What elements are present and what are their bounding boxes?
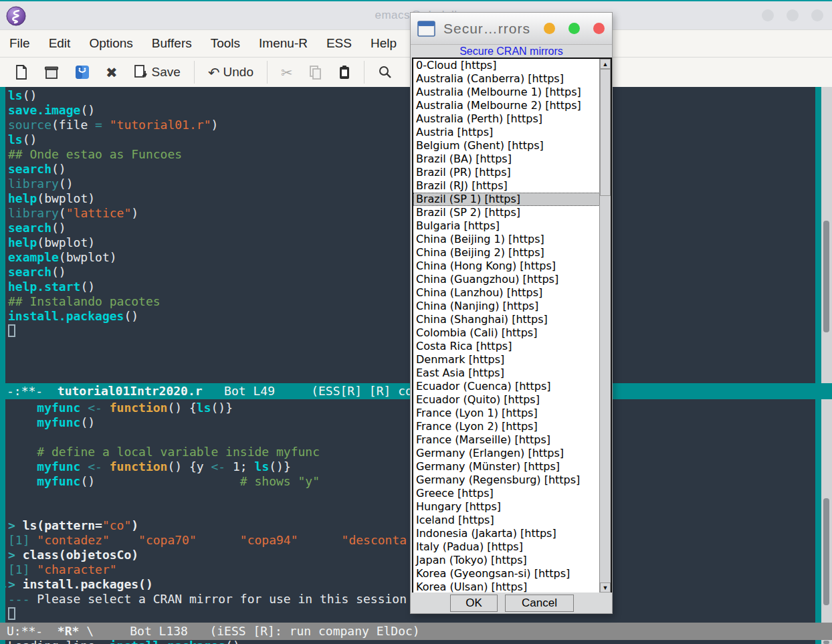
- dialog-minimize-button[interactable]: [544, 23, 555, 34]
- scroll-up-icon[interactable]: ▲: [600, 59, 611, 69]
- editor-buffer-r-console[interactable]: myfunc <- function() {ls()} myfunc() # d…: [0, 399, 815, 623]
- mirror-option[interactable]: Brazil (RJ) [https]: [413, 179, 611, 193]
- mirror-option[interactable]: China (Beijing 2) [https]: [413, 246, 611, 259]
- scroll-down-icon[interactable]: ▼: [600, 582, 611, 593]
- mirror-option[interactable]: Denmark [https]: [413, 353, 611, 366]
- save-button[interactable]: Save: [126, 62, 189, 82]
- mirror-option[interactable]: Germany (Regensburg) [https]: [413, 473, 611, 487]
- mirror-option[interactable]: Korea (Ulsan) [https]: [413, 580, 611, 594]
- editor-buffer-tutorial[interactable]: ls()save.image()source(file = "tutorial0…: [0, 87, 815, 384]
- mirror-option[interactable]: Indonesia (Jakarta) [https]: [413, 527, 611, 540]
- scrollbar-thumb-top-window[interactable]: [823, 221, 829, 332]
- scrollbar-thumb-echo[interactable]: [823, 641, 829, 644]
- new-file-button[interactable]: [7, 62, 36, 82]
- mirror-option[interactable]: China (Lanzhou) [https]: [413, 286, 611, 300]
- mirror-option[interactable]: Korea (Gyeongsan-si) [https]: [413, 567, 611, 580]
- mirror-option[interactable]: Australia (Canberra) [https]: [413, 72, 611, 86]
- open-directory-icon: [44, 65, 59, 80]
- mirror-option[interactable]: Australia (Melbourne 1) [https]: [413, 86, 611, 99]
- ok-button[interactable]: OK: [450, 595, 498, 612]
- copy-button[interactable]: [301, 62, 330, 82]
- paste-button[interactable]: [330, 62, 358, 82]
- mirror-option[interactable]: Brazil (PR) [https]: [413, 166, 611, 179]
- modeline-buffer-name: tutorial01Intr2020.r: [58, 384, 203, 398]
- dialog-title: Secur…rrors: [443, 21, 530, 37]
- menu-item[interactable]: ESS: [326, 36, 352, 51]
- paste-icon: [338, 65, 350, 80]
- modeline-position: Bot L138: [130, 624, 188, 638]
- mirror-list-scrollbar[interactable]: ▲ ▼: [599, 59, 611, 593]
- cran-mirror-dialog: Secur…rrors Secure CRAN mirrors 0-Cloud …: [410, 12, 613, 614]
- modeline-modes: (iESS [R]: run company ElDoc): [209, 624, 419, 638]
- mirror-option[interactable]: Ecuador (Quito) [https]: [413, 393, 611, 407]
- mirror-option[interactable]: Brazil (SP 1) [https]: [413, 193, 611, 206]
- mirror-option[interactable]: Bulgaria [https]: [413, 219, 611, 233]
- open-directory-button[interactable]: [36, 62, 67, 82]
- window-button-3[interactable]: [811, 9, 823, 21]
- mirror-option[interactable]: Hungary [https]: [413, 500, 611, 514]
- new-file-icon: [15, 65, 28, 80]
- modeline-buffer-name: *R*: [58, 624, 80, 638]
- mirror-option[interactable]: China (Hong Kong) [https]: [413, 259, 611, 273]
- dialog-window-icon: [417, 21, 435, 37]
- menu-item[interactable]: Help: [371, 36, 397, 51]
- mirror-option[interactable]: China (Nanjing) [https]: [413, 300, 611, 313]
- mirror-option[interactable]: Australia (Perth) [https]: [413, 112, 611, 126]
- cancel-button[interactable]: Cancel: [505, 595, 574, 612]
- right-window-border: [815, 87, 821, 644]
- toolbar-separator: [194, 61, 195, 84]
- mirror-option[interactable]: Australia (Melbourne 2) [https]: [413, 99, 611, 112]
- mirror-scrollbar-thumb[interactable]: [600, 69, 611, 196]
- mirror-option[interactable]: France (Lyon 2) [https]: [413, 420, 611, 433]
- undo-icon: ↶: [208, 66, 220, 80]
- undo-button[interactable]: ↶ Undo: [200, 62, 262, 82]
- mirror-list: 0-Cloud [https]Australia (Canberra) [htt…: [412, 58, 612, 594]
- menu-item[interactable]: Tools: [211, 36, 240, 51]
- close-buffer-button[interactable]: ✖: [98, 63, 126, 82]
- close-icon: ✖: [106, 66, 118, 80]
- mirror-option[interactable]: Brazil (SP 2) [https]: [413, 206, 611, 219]
- window-button-2[interactable]: [787, 9, 799, 21]
- mirror-option[interactable]: Italy (Padua) [https]: [413, 540, 611, 554]
- modeline-position: Bot L49: [224, 384, 275, 398]
- mirror-option[interactable]: East Asia [https]: [413, 366, 611, 380]
- mirror-option[interactable]: Greece [https]: [413, 487, 611, 500]
- mirror-option[interactable]: Iceland [https]: [413, 514, 611, 527]
- left-fringe: [0, 87, 5, 644]
- mirror-option[interactable]: Colombia (Cali) [https]: [413, 326, 611, 340]
- mirror-option[interactable]: France (Marseille) [https]: [413, 433, 611, 447]
- mirror-option[interactable]: Costa Rica [https]: [413, 340, 611, 353]
- menu-item[interactable]: Options: [89, 36, 132, 51]
- mirror-option[interactable]: 0-Cloud [https]: [413, 59, 611, 72]
- mirror-option[interactable]: China (Beijing 1) [https]: [413, 233, 611, 246]
- save-icon: [134, 65, 148, 80]
- modeline-process-indicator: \: [86, 624, 94, 638]
- mirror-option[interactable]: China (Shanghai) [https]: [413, 313, 611, 326]
- mirror-option[interactable]: Germany (Münster) [https]: [413, 460, 611, 473]
- toolbar-separator: [364, 61, 365, 84]
- search-button[interactable]: [370, 62, 401, 82]
- modeline-modes: (ESS[R] [R] co: [311, 384, 413, 398]
- dialog-titlebar[interactable]: Secur…rrors: [411, 13, 612, 45]
- emacs-frame: emacs@aledell FileEditOptionsBuffersTool…: [0, 0, 832, 644]
- mirror-option[interactable]: Japan (Tokyo) [https]: [413, 554, 611, 567]
- mirror-option[interactable]: Austria [https]: [413, 126, 611, 139]
- menu-item[interactable]: Buffers: [152, 36, 192, 51]
- mirror-option[interactable]: Brazil (BA) [https]: [413, 152, 611, 166]
- dialog-maximize-button[interactable]: [568, 23, 580, 34]
- scrollbar-thumb-bottom-window[interactable]: [823, 498, 829, 605]
- window-button-1[interactable]: [762, 9, 774, 21]
- mirror-option[interactable]: Ecuador (Cuenca) [https]: [413, 380, 611, 393]
- mirror-option[interactable]: France (Lyon 1) [https]: [413, 407, 611, 420]
- mirror-option[interactable]: China (Guangzhou) [https]: [413, 273, 611, 286]
- menu-item[interactable]: Imenu-R: [259, 36, 308, 51]
- dialog-button-row: OK Cancel: [411, 593, 612, 613]
- mirror-option[interactable]: Germany (Erlangen) [https]: [413, 447, 611, 460]
- menu-item[interactable]: File: [9, 36, 30, 51]
- mirror-option[interactable]: Belgium (Ghent) [https]: [413, 139, 611, 152]
- dialog-close-button[interactable]: [593, 23, 605, 34]
- search-icon: [378, 65, 393, 80]
- menu-item[interactable]: Edit: [49, 36, 71, 51]
- cut-button[interactable]: ✂: [273, 63, 301, 82]
- dired-button[interactable]: [67, 62, 98, 82]
